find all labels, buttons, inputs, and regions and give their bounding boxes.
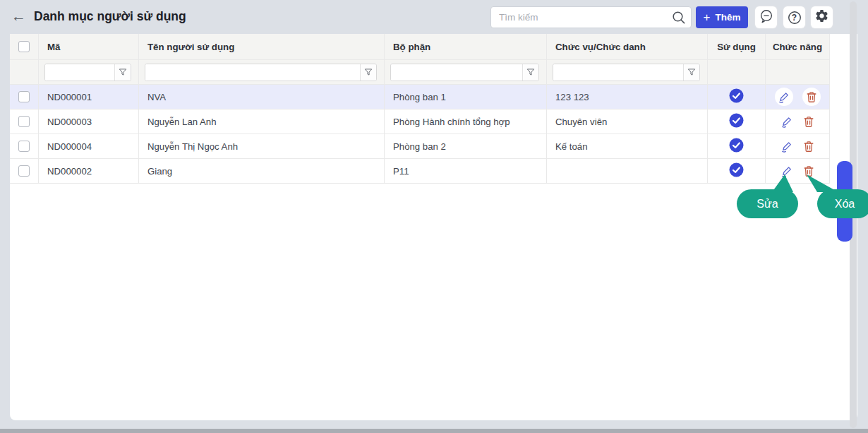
- filter-cell-active: [708, 60, 766, 85]
- cell-active: [708, 159, 766, 184]
- edit-pen-icon[interactable]: [780, 165, 793, 178]
- cell-position[interactable]: Chuyên viên: [547, 109, 708, 134]
- cell-code[interactable]: ND000003: [39, 109, 139, 134]
- filter-input-position[interactable]: [553, 64, 683, 81]
- search-icon[interactable]: [671, 10, 687, 28]
- cell-actions: [766, 85, 830, 109]
- row-checkbox[interactable]: [18, 141, 30, 152]
- cell-code[interactable]: ND000004: [39, 134, 139, 159]
- column-header-department: Bộ phận: [385, 34, 547, 60]
- feedback-button[interactable]: [755, 6, 777, 28]
- add-button-label: Thêm: [715, 12, 740, 23]
- active-check-icon: [729, 138, 744, 155]
- tooltip-delete: Xóa: [817, 189, 868, 218]
- cell-name[interactable]: Giang: [139, 159, 385, 184]
- filter-cell-functions: [766, 60, 830, 85]
- edit-pen-icon[interactable]: [780, 140, 793, 153]
- cell-name[interactable]: NVA: [139, 85, 385, 109]
- header-checkbox-cell: [10, 34, 39, 60]
- funnel-icon[interactable]: [114, 64, 131, 81]
- edit-pen-icon[interactable]: [780, 115, 793, 129]
- filter-input-code[interactable]: [45, 64, 114, 81]
- help-button[interactable]: ?: [783, 6, 805, 28]
- table-row-checkbox-cell: [10, 134, 39, 159]
- window-bottom-edge: [0, 429, 868, 433]
- column-header-active: Sử dụng: [708, 34, 766, 60]
- search-box: [490, 6, 692, 28]
- edit-pen-icon[interactable]: [777, 90, 790, 104]
- cell-actions: [766, 134, 830, 159]
- filter-input-name[interactable]: [145, 64, 360, 81]
- cell-actions: [766, 159, 830, 184]
- tooltip-delete-label: Xóa: [835, 198, 855, 210]
- help-icon: ?: [787, 10, 802, 25]
- trash-icon[interactable]: [802, 115, 815, 129]
- cell-department[interactable]: P11: [385, 159, 547, 184]
- filter-cell-position: [547, 60, 708, 85]
- active-check-icon: [729, 113, 744, 130]
- cell-department[interactable]: Phòng Hành chính tổng hợp: [385, 109, 547, 134]
- search-input[interactable]: [491, 7, 669, 28]
- tooltip-edit: Sửa: [737, 189, 798, 218]
- cell-department[interactable]: Phòng ban 1: [385, 85, 547, 109]
- user-table: Mã Tên người sử dụng Bộ phận Chức vụ/Chứ…: [10, 34, 830, 184]
- select-all-checkbox[interactable]: [18, 41, 30, 52]
- cell-position[interactable]: [547, 159, 708, 184]
- cell-position[interactable]: 123 123: [547, 85, 708, 109]
- feedback-chat-icon: [759, 8, 774, 27]
- filter-cell-empty: [10, 60, 39, 85]
- cell-name[interactable]: Nguyễn Thị Ngọc Anh: [139, 134, 385, 159]
- back-button[interactable]: ←: [11, 7, 26, 25]
- content-panel: Mã Tên người sử dụng Bộ phận Chức vụ/Chứ…: [10, 34, 857, 420]
- row-checkbox[interactable]: [18, 91, 30, 102]
- cell-code[interactable]: ND000002: [39, 159, 139, 184]
- user-list-page: ← Danh mục người sử dụng + Thêm ?: [0, 0, 868, 433]
- cell-name[interactable]: Nguyễn Lan Anh: [139, 109, 385, 134]
- filter-cell-department: [385, 60, 547, 85]
- funnel-icon[interactable]: [683, 64, 699, 81]
- top-bar: ← Danh mục người sử dụng + Thêm ?: [0, 0, 868, 34]
- add-button[interactable]: + Thêm: [696, 6, 748, 28]
- cell-actions: [766, 109, 830, 134]
- filter-input-department[interactable]: [391, 64, 522, 81]
- cell-active: [708, 109, 766, 134]
- plus-icon: +: [704, 11, 711, 23]
- trash-icon[interactable]: [802, 140, 815, 153]
- cell-department[interactable]: Phòng ban 2: [385, 134, 547, 159]
- back-arrow-icon: ←: [11, 8, 26, 24]
- cell-code[interactable]: ND000001: [39, 85, 139, 109]
- column-header-name: Tên người sử dụng: [139, 34, 385, 60]
- row-checkbox[interactable]: [18, 116, 30, 127]
- cell-active: [708, 134, 766, 159]
- tooltip-edit-label: Sửa: [757, 198, 778, 210]
- filter-cell-code: [39, 60, 139, 85]
- gear-icon: [814, 8, 829, 26]
- filter-cell-name: [139, 60, 385, 85]
- funnel-icon[interactable]: [522, 64, 538, 81]
- active-check-icon: [729, 88, 744, 105]
- cell-position[interactable]: Kế toán: [547, 134, 708, 159]
- settings-button[interactable]: [811, 6, 833, 28]
- row-checkbox[interactable]: [18, 165, 30, 177]
- column-header-code: Mã: [39, 34, 139, 60]
- funnel-icon[interactable]: [360, 64, 376, 81]
- trash-icon[interactable]: [802, 165, 815, 178]
- table-row-checkbox-cell: [10, 85, 39, 109]
- help-glyph: ?: [792, 13, 797, 23]
- cell-active: [708, 85, 766, 109]
- trash-icon[interactable]: [805, 90, 818, 104]
- table-row-checkbox-cell: [10, 109, 39, 134]
- page-title: Danh mục người sử dụng: [34, 9, 186, 24]
- column-header-functions: Chức năng: [766, 34, 830, 60]
- column-header-position: Chức vụ/Chức danh: [547, 34, 708, 60]
- table-row-checkbox-cell: [10, 159, 39, 184]
- active-check-icon: [729, 162, 744, 179]
